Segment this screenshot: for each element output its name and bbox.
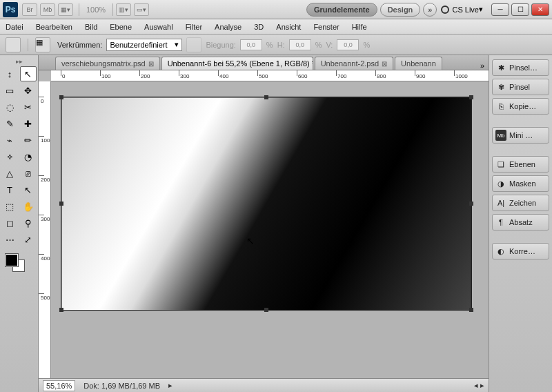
- pct-1: %: [266, 41, 273, 49]
- tool-15[interactable]: ↖: [20, 182, 37, 197]
- panel-adjustments[interactable]: ◐Korre…: [492, 243, 549, 259]
- menu-datei[interactable]: Datei: [6, 23, 23, 31]
- tool-4[interactable]: ◌: [1, 99, 18, 115]
- tool-19[interactable]: ⚲: [20, 215, 37, 231]
- screen-mode-button[interactable]: ▦▾: [58, 3, 73, 16]
- tool-14[interactable]: T: [1, 182, 18, 197]
- workspace-more[interactable]: »: [423, 3, 437, 17]
- tabs-overflow[interactable]: »: [476, 61, 489, 70]
- brush-presets-icon: ✱: [495, 62, 506, 73]
- tool-17[interactable]: ✋: [20, 199, 37, 214]
- panel-zeichen[interactable]: A|Zeichen: [492, 195, 549, 211]
- layers-icon: ❏: [495, 159, 506, 170]
- cslive-label: CS Live: [452, 6, 479, 14]
- tool-18[interactable]: ◻: [1, 215, 18, 231]
- panel-label: Kopie…: [509, 102, 536, 110]
- document-tab[interactable]: verschiebungsmatrix.psd⊠: [55, 57, 160, 70]
- tool-2[interactable]: ▭: [1, 83, 18, 98]
- panel-absatz[interactable]: ¶Absatz: [492, 214, 549, 231]
- window-maximize[interactable]: ☐: [511, 3, 529, 16]
- ruler-horizontal[interactable]: 01002003004005006007008009001000: [51, 70, 489, 81]
- foreground-color[interactable]: [6, 254, 18, 266]
- color-swatches[interactable]: [1, 253, 37, 273]
- paragraph-icon: ¶: [495, 217, 506, 228]
- tool-9[interactable]: ✏: [20, 133, 37, 148]
- tool-1[interactable]: ↖: [20, 66, 37, 81]
- tab-label: Unbenannt-6 bei 55,2% (Ebene 1, RGB/8) *: [168, 59, 313, 68]
- ruler-vertical[interactable]: 0100200300400500: [39, 81, 51, 378]
- panel-pinsel-presets[interactable]: ✱Pinsel…: [492, 59, 549, 76]
- masks-icon: ◑: [495, 178, 506, 189]
- menu-analyse[interactable]: Analyse: [215, 23, 241, 31]
- tool-10[interactable]: ⟡: [1, 149, 18, 164]
- status-doc-size: Dok: 1,69 MB/1,69 MB: [83, 382, 160, 390]
- grid-icon[interactable]: ▦: [35, 37, 50, 52]
- document-tab[interactable]: Unbenannt-6 bei 55,2% (Ebene 1, RGB/8) *…: [161, 57, 313, 70]
- close-icon[interactable]: ⊠: [148, 60, 154, 68]
- status-bar: 55,16% Dok: 1,69 MB/1,69 MB▸ ◂ ▸: [39, 378, 489, 392]
- menu-filter[interactable]: Filter: [186, 23, 202, 31]
- tool-20[interactable]: ⋯: [1, 232, 18, 247]
- biegung-label: Biegung:: [206, 41, 235, 49]
- character-icon: A|: [495, 197, 506, 208]
- warp-preset-select[interactable]: Benutzerdefiniert▾: [106, 39, 182, 51]
- document-tab[interactable]: Unbenann: [395, 57, 442, 70]
- window-close[interactable]: ✕: [531, 3, 549, 16]
- brush-icon: ✾: [495, 81, 506, 92]
- document-tab[interactable]: Unbenannt-2.psd⊠: [315, 57, 393, 70]
- tool-12[interactable]: △: [1, 166, 18, 181]
- pct-3: %: [363, 41, 370, 49]
- panel-pinsel[interactable]: ✾Pinsel: [492, 79, 549, 95]
- tool-5[interactable]: ✂: [20, 99, 37, 115]
- panel-clone[interactable]: ⎘Kopie…: [492, 98, 549, 115]
- menu-auswahl[interactable]: Auswahl: [144, 23, 173, 31]
- menu-3d[interactable]: 3D: [254, 23, 264, 31]
- h-label: H:: [277, 41, 285, 49]
- tool-21[interactable]: ⤢: [20, 232, 37, 247]
- tool-13[interactable]: ⎚: [20, 166, 37, 181]
- panel-minibridge[interactable]: MbMini …: [492, 127, 549, 144]
- orientation-icon: [186, 37, 201, 52]
- menu-bearbeiten[interactable]: Bearbeiten: [36, 23, 72, 31]
- tool-8[interactable]: ⌁: [1, 133, 18, 148]
- workspace-design[interactable]: Design: [380, 3, 421, 17]
- warp-grid[interactable]: [61, 97, 471, 311]
- options-bar: ▦ Verkrümmen: Benutzerdefiniert▾ Biegung…: [0, 35, 552, 55]
- right-panel: ✱Pinsel… ✾Pinsel ⎘Kopie… MbMini … ❏Ebene…: [489, 55, 552, 392]
- menu-fenster[interactable]: Fenster: [313, 23, 339, 31]
- tool-0[interactable]: ↕: [1, 66, 18, 81]
- workspace-grundelemente[interactable]: Grundelemente: [306, 3, 377, 17]
- menu-ansicht[interactable]: Ansicht: [276, 23, 301, 31]
- title-bar: Ps Br Mb ▦▾ 100% ▥▾ ▭▾ Grundelemente Des…: [0, 0, 552, 19]
- panel-label: Korre…: [509, 247, 535, 255]
- window-minimize[interactable]: ─: [491, 3, 509, 16]
- warp-preset-value: Benutzerdefiniert: [110, 41, 167, 49]
- tool-16[interactable]: ⬚: [1, 199, 18, 214]
- canvas-area[interactable]: ↖: [51, 81, 489, 378]
- panel-ebenen[interactable]: ❏Ebenen: [492, 156, 549, 173]
- status-zoom[interactable]: 55,16%: [43, 380, 75, 391]
- arrange-documents-button[interactable]: ▥▾: [116, 3, 131, 16]
- minibridge-icon: Mb: [495, 130, 506, 141]
- panel-label: Pinsel: [509, 83, 530, 91]
- tool-7[interactable]: ✚: [20, 116, 37, 131]
- menu-hilfe[interactable]: Hilfe: [352, 23, 367, 31]
- menu-bild[interactable]: Bild: [85, 23, 97, 31]
- panel-label: Masken: [509, 179, 536, 188]
- zoom-level[interactable]: 100%: [82, 6, 110, 14]
- cslive-menu[interactable]: CS Live ▾: [437, 5, 487, 14]
- tool-3[interactable]: ✥: [20, 83, 37, 98]
- screen-mode2-button[interactable]: ▭▾: [134, 3, 149, 16]
- clone-icon: ⎘: [495, 101, 506, 112]
- panel-masken[interactable]: ◑Masken: [492, 175, 549, 192]
- tab-label: Unbenann: [401, 59, 436, 68]
- document-canvas[interactable]: ↖: [61, 97, 472, 311]
- bridge-button[interactable]: Br: [22, 3, 37, 16]
- tool-6[interactable]: ✎: [1, 116, 18, 131]
- pct-2: %: [315, 41, 322, 49]
- close-icon[interactable]: ⊠: [382, 60, 387, 68]
- menu-ebene[interactable]: Ebene: [110, 23, 132, 31]
- minibridge-button[interactable]: Mb: [40, 3, 55, 16]
- tool-11[interactable]: ◔: [20, 149, 37, 164]
- warp-label: Verkrümmen:: [57, 41, 102, 49]
